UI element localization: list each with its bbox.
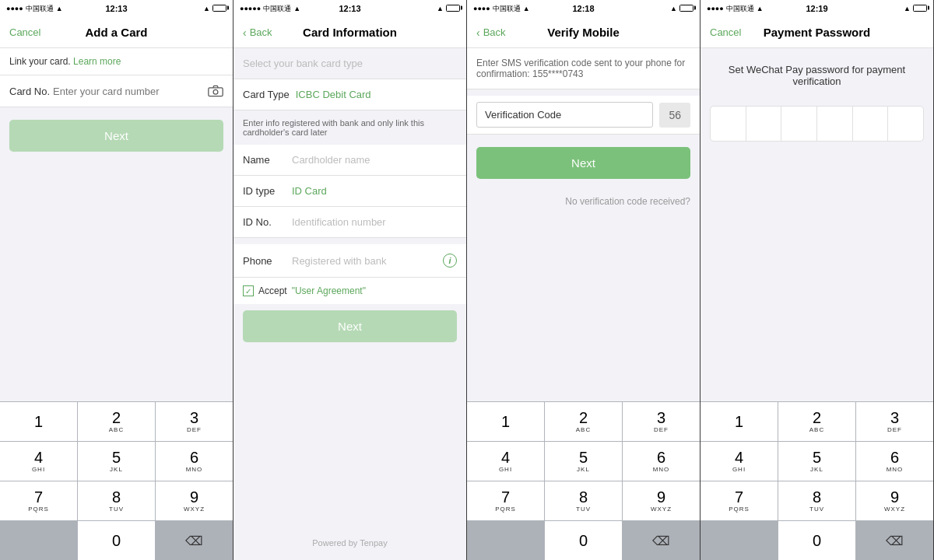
payment-desc: Set WeChat Pay password for payment veri… bbox=[700, 48, 933, 96]
powered-by: Powered by Tenpay bbox=[234, 532, 466, 554]
nav-bar-2: ‹ Back Card Information bbox=[234, 17, 466, 48]
content-card-info: Select your bank card type Card Type ICB… bbox=[234, 48, 466, 560]
signal-icon-2: ▲ bbox=[437, 5, 444, 12]
carrier-dots-3: ●●●● bbox=[473, 5, 490, 12]
password-box-1[interactable] bbox=[711, 107, 746, 141]
id-type-row[interactable]: ID type ID Card bbox=[234, 176, 466, 207]
key-3-7[interactable]: 7PQRS bbox=[467, 481, 545, 520]
numpad-row-3-1: 1 2ABC 3DEF bbox=[467, 401, 700, 441]
next-button-1[interactable]: Next bbox=[9, 120, 223, 152]
form-separator bbox=[234, 238, 466, 244]
key-3-2[interactable]: 2ABC bbox=[545, 402, 623, 441]
key-4-0[interactable]: 0 bbox=[778, 521, 856, 560]
key-0[interactable]: 0 bbox=[78, 521, 156, 560]
card-number-row: Card No. bbox=[0, 75, 233, 107]
card-no-label: Card No. bbox=[9, 86, 50, 97]
carrier-dots-1: ●●●● bbox=[6, 5, 23, 12]
key-3-4[interactable]: 4GHI bbox=[467, 442, 545, 481]
nav-title-2: Card Information bbox=[303, 26, 397, 39]
password-box-5[interactable] bbox=[853, 107, 889, 141]
key-3-5[interactable]: 5JKL bbox=[545, 442, 623, 481]
key-4[interactable]: 4GHI bbox=[0, 442, 78, 481]
resend-timer: 56 bbox=[659, 103, 690, 128]
status-left-4: ●●●● 中国联通 ▲ bbox=[707, 4, 764, 14]
nav-cancel-4[interactable]: Cancel bbox=[710, 26, 741, 38]
status-right-2: ▲ bbox=[437, 5, 460, 13]
accept-checkbox[interactable]: ✓ bbox=[243, 285, 254, 296]
verification-code-input[interactable]: Verification Code bbox=[476, 102, 653, 128]
password-box-2[interactable] bbox=[746, 107, 782, 141]
key-7[interactable]: 7PQRS bbox=[0, 481, 78, 520]
key-2[interactable]: 2ABC bbox=[78, 402, 156, 441]
info-icon[interactable]: i bbox=[443, 254, 457, 268]
agreement-link[interactable]: "User Agreement" bbox=[292, 285, 366, 296]
key-8[interactable]: 8TUV bbox=[78, 481, 156, 520]
key-3-6[interactable]: 6MNO bbox=[623, 442, 700, 481]
key-4-3[interactable]: 3DEF bbox=[856, 402, 933, 441]
key-5[interactable]: 5JKL bbox=[78, 442, 156, 481]
key-3-delete[interactable]: ⌫ bbox=[623, 521, 700, 560]
carrier-name-3: 中国联通 bbox=[493, 4, 521, 14]
key-4-delete[interactable]: ⌫ bbox=[856, 521, 933, 560]
card-type-value: ICBC Debit Card bbox=[296, 89, 371, 100]
signal-icon-3: ▲ bbox=[670, 5, 677, 12]
svg-rect-0 bbox=[209, 88, 223, 96]
nav-back-2[interactable]: ‹ Back bbox=[243, 26, 272, 39]
screen-payment-password: ●●●● 中国联通 ▲ 12:19 ▲ Cancel Payment Passw… bbox=[700, 0, 934, 560]
key-9[interactable]: 9WXYZ bbox=[156, 481, 233, 520]
numpad-row-3-3: 7PQRS 8TUV 9WXYZ bbox=[467, 481, 700, 520]
chevron-left-icon-3: ‹ bbox=[476, 26, 480, 39]
key-3-0[interactable]: 0 bbox=[545, 521, 623, 560]
next-button-2[interactable]: Next bbox=[243, 310, 457, 342]
card-no-input[interactable] bbox=[53, 86, 205, 97]
battery-2 bbox=[446, 5, 460, 13]
numpad-4: 1 2ABC 3DEF 4GHI 5JKL 6MNO 7PQRS 8TUV 9W… bbox=[700, 401, 933, 560]
nav-bar-3: ‹ Back Verify Mobile bbox=[467, 17, 700, 48]
key-4-6[interactable]: 6MNO bbox=[856, 442, 933, 481]
numpad-row-1: 1 2ABC 3DEF bbox=[0, 401, 233, 441]
key-4-7[interactable]: 7PQRS bbox=[700, 481, 778, 520]
key-delete[interactable]: ⌫ bbox=[156, 521, 233, 560]
no-code-link[interactable]: No verification code received? bbox=[467, 191, 700, 212]
key-empty bbox=[0, 521, 78, 560]
phone-label: Phone bbox=[243, 255, 286, 267]
status-right-3: ▲ bbox=[670, 5, 693, 13]
status-bar-2: ●●●●● 中国联通 ▲ 12:13 ▲ bbox=[234, 0, 466, 17]
key-1[interactable]: 1 bbox=[0, 402, 78, 441]
nav-cancel-1[interactable]: Cancel bbox=[9, 26, 40, 38]
carrier-dots-4: ●●●● bbox=[707, 5, 724, 12]
key-3-3[interactable]: 3DEF bbox=[623, 402, 700, 441]
screen-card-info: ●●●●● 中国联通 ▲ 12:13 ▲ ‹ Back Card Informa… bbox=[234, 0, 467, 560]
camera-icon[interactable] bbox=[208, 85, 223, 97]
numpad-row-4-3: 7PQRS 8TUV 9WXYZ bbox=[700, 481, 933, 520]
key-4-9[interactable]: 9WXYZ bbox=[856, 481, 933, 520]
key-4-2[interactable]: 2ABC bbox=[778, 402, 856, 441]
status-right-1: ▲ bbox=[203, 5, 226, 13]
password-box-4[interactable] bbox=[817, 107, 853, 141]
key-4-5[interactable]: 5JKL bbox=[778, 442, 856, 481]
learn-more-link[interactable]: Learn more bbox=[73, 56, 121, 67]
id-no-label: ID No. bbox=[243, 216, 286, 228]
key-4-1[interactable]: 1 bbox=[700, 402, 778, 441]
status-left-3: ●●●● 中国联通 ▲ bbox=[473, 4, 530, 14]
key-3-9[interactable]: 9WXYZ bbox=[623, 481, 700, 520]
name-value: Cardholder name bbox=[292, 154, 370, 166]
key-4-8[interactable]: 8TUV bbox=[778, 481, 856, 520]
key-6[interactable]: 6MNO bbox=[156, 442, 233, 481]
password-box-3[interactable] bbox=[781, 107, 817, 141]
key-3-1[interactable]: 1 bbox=[467, 402, 545, 441]
accept-text: Accept bbox=[258, 285, 287, 296]
key-3[interactable]: 3DEF bbox=[156, 402, 233, 441]
id-type-value: ID Card bbox=[292, 185, 327, 197]
password-box-6[interactable] bbox=[888, 107, 923, 141]
numpad-row-4-1: 1 2ABC 3DEF bbox=[700, 401, 933, 441]
password-boxes[interactable] bbox=[710, 106, 924, 142]
next-button-3[interactable]: Next bbox=[476, 147, 690, 179]
nav-back-3[interactable]: ‹ Back bbox=[476, 26, 506, 39]
id-type-label: ID type bbox=[243, 185, 286, 197]
status-right-4: ▲ bbox=[904, 5, 927, 13]
key-3-8[interactable]: 8TUV bbox=[545, 481, 623, 520]
verify-description: Enter SMS verification code sent to your… bbox=[467, 48, 700, 89]
key-4-4[interactable]: 4GHI bbox=[700, 442, 778, 481]
wifi-icon-3: ▲ bbox=[523, 5, 530, 12]
